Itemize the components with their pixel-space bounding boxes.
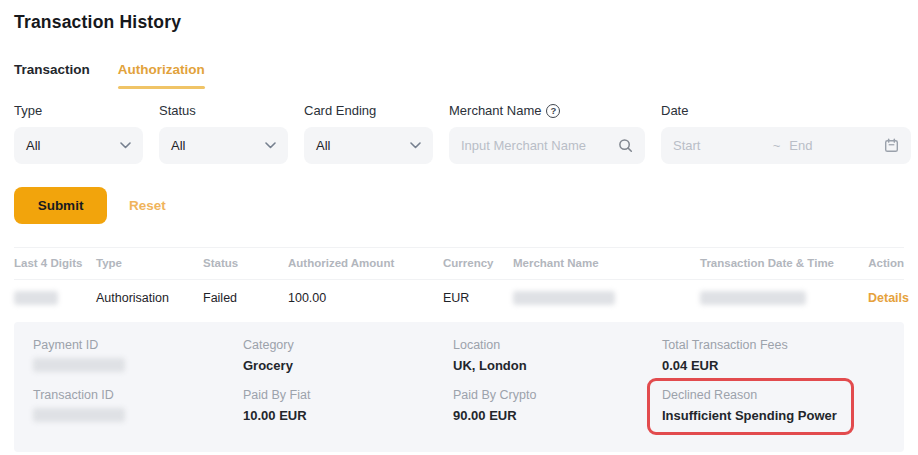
cell-currency: EUR bbox=[443, 291, 513, 305]
tab-transaction-label: Transaction bbox=[14, 62, 90, 77]
redacted-transaction-id bbox=[33, 408, 125, 422]
detail-total-fees-value: 0.04 EUR bbox=[662, 358, 884, 373]
cell-last4-redacted bbox=[14, 291, 96, 305]
filter-status-label: Status bbox=[159, 103, 288, 118]
help-icon[interactable]: ? bbox=[546, 104, 560, 118]
detail-paid-by-fiat: Paid By Fiat 10.00 EUR bbox=[243, 388, 453, 435]
filter-status: Status All bbox=[159, 103, 288, 164]
redacted-payment-id bbox=[33, 358, 125, 372]
detail-declined-reason-value: Insufficient Spending Power bbox=[662, 408, 837, 423]
detail-location-label: Location bbox=[453, 338, 662, 352]
detail-declined-reason-label: Declined Reason bbox=[662, 388, 837, 402]
detail-paid-by-crypto-value: 90.00 EUR bbox=[453, 408, 662, 423]
col-header-last4: Last 4 Digits bbox=[14, 257, 96, 269]
authorization-table: Last 4 Digits Type Status Authorized Amo… bbox=[14, 247, 904, 316]
filter-date: Date Start ~ End bbox=[661, 103, 911, 164]
detail-paid-by-crypto: Paid By Crypto 90.00 EUR bbox=[453, 388, 662, 435]
details-link[interactable]: Details bbox=[868, 291, 909, 305]
col-header-authorized-amount: Authorized Amount bbox=[288, 257, 443, 269]
filter-merchant-label-text: Merchant Name bbox=[449, 103, 541, 118]
detail-category-label: Category bbox=[243, 338, 453, 352]
col-header-currency: Currency bbox=[443, 257, 513, 269]
chevron-down-icon bbox=[410, 142, 421, 149]
detail-location-value: UK, London bbox=[453, 358, 662, 373]
transaction-detail-panel: Payment ID Category Grocery Location UK,… bbox=[14, 322, 904, 452]
filter-bar: Type All Status All Card Ending bbox=[14, 103, 904, 164]
col-header-action: Action bbox=[868, 257, 904, 269]
col-header-status: Status bbox=[203, 257, 288, 269]
detail-total-fees: Total Transaction Fees 0.04 EUR bbox=[662, 338, 884, 373]
date-end-placeholder: End bbox=[789, 138, 876, 153]
type-select[interactable]: All bbox=[14, 127, 143, 164]
col-header-type: Type bbox=[96, 257, 203, 269]
type-select-value: All bbox=[26, 138, 40, 153]
tab-authorization[interactable]: Authorization bbox=[118, 62, 205, 89]
cell-status: Failed bbox=[203, 291, 288, 305]
col-header-transaction-datetime: Transaction Date & Time bbox=[700, 257, 868, 269]
chevron-down-icon bbox=[265, 142, 276, 149]
detail-declined-reason: Declined Reason Insufficient Spending Po… bbox=[662, 388, 884, 435]
active-tab-underline bbox=[118, 86, 205, 89]
chevron-down-icon bbox=[120, 142, 131, 149]
detail-location: Location UK, London bbox=[453, 338, 662, 373]
search-icon[interactable] bbox=[618, 138, 633, 153]
filter-card-ending: Card Ending All bbox=[304, 103, 433, 164]
submit-button[interactable]: Submit bbox=[14, 187, 107, 224]
detail-transaction-id: Transaction ID bbox=[33, 388, 243, 435]
redacted-last4 bbox=[14, 291, 58, 305]
filter-merchant-label: Merchant Name ? bbox=[449, 103, 645, 118]
status-select[interactable]: All bbox=[159, 127, 288, 164]
page-title: Transaction History bbox=[14, 0, 904, 33]
detail-payment-id-label: Payment ID bbox=[33, 338, 243, 352]
table-header-row: Last 4 Digits Type Status Authorized Amo… bbox=[14, 247, 904, 280]
date-range-picker[interactable]: Start ~ End bbox=[661, 127, 911, 164]
merchant-search-box bbox=[449, 127, 645, 164]
date-range-separator: ~ bbox=[773, 138, 781, 153]
cell-authorized-amount: 100.00 bbox=[288, 291, 443, 305]
tab-authorization-label: Authorization bbox=[118, 62, 205, 77]
detail-total-fees-label: Total Transaction Fees bbox=[662, 338, 884, 352]
declined-reason-highlight-box: Declined Reason Insufficient Spending Po… bbox=[647, 378, 854, 435]
filter-type: Type All bbox=[14, 103, 143, 164]
date-start-placeholder: Start bbox=[673, 138, 773, 153]
filter-type-label: Type bbox=[14, 103, 143, 118]
detail-category: Category Grocery bbox=[243, 338, 453, 373]
cell-datetime-redacted bbox=[700, 291, 868, 305]
filter-merchant: Merchant Name ? bbox=[449, 103, 645, 164]
cell-type: Authorisation bbox=[96, 291, 203, 305]
detail-paid-by-fiat-label: Paid By Fiat bbox=[243, 388, 453, 402]
filter-actions: Submit Reset bbox=[14, 187, 904, 224]
table-row: Authorisation Failed 100.00 EUR Details bbox=[14, 280, 904, 316]
reset-link[interactable]: Reset bbox=[129, 198, 166, 213]
transaction-history-page: Transaction History Transaction Authoriz… bbox=[0, 0, 918, 452]
filter-date-label: Date bbox=[661, 103, 911, 118]
detail-transaction-id-label: Transaction ID bbox=[33, 388, 243, 402]
detail-payment-id: Payment ID bbox=[33, 338, 243, 373]
card-ending-select-value: All bbox=[316, 138, 330, 153]
detail-category-value: Grocery bbox=[243, 358, 453, 373]
merchant-name-input[interactable] bbox=[461, 138, 610, 153]
cell-merchant-redacted bbox=[513, 291, 700, 305]
redacted-transaction-datetime bbox=[700, 291, 806, 305]
filter-card-ending-label: Card Ending bbox=[304, 103, 433, 118]
tab-transaction[interactable]: Transaction bbox=[14, 62, 90, 89]
calendar-icon bbox=[884, 138, 899, 153]
tab-bar: Transaction Authorization bbox=[14, 62, 904, 89]
status-select-value: All bbox=[171, 138, 185, 153]
detail-paid-by-fiat-value: 10.00 EUR bbox=[243, 408, 453, 423]
detail-paid-by-crypto-label: Paid By Crypto bbox=[453, 388, 662, 402]
card-ending-select[interactable]: All bbox=[304, 127, 433, 164]
redacted-merchant-name bbox=[513, 291, 615, 305]
col-header-merchant-name: Merchant Name bbox=[513, 257, 700, 269]
